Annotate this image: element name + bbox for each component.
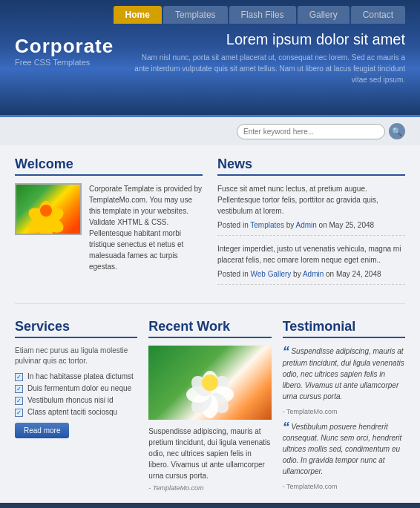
content-bottom: Services Etiam nec purus au ligula moles…	[15, 319, 405, 492]
recent-work-title: Recent Work	[148, 319, 271, 338]
news-meta-prefix-1: Posted in	[217, 221, 249, 229]
flower2-center	[202, 375, 218, 391]
news-meta-1: Posted in Templates by Admin on May 25, …	[217, 220, 405, 236]
news-date-1: May 25, 2048	[329, 221, 375, 229]
search-input[interactable]	[237, 124, 385, 139]
header-tagline-text: Nam nisl nunc, porta sit amet placerat u…	[128, 52, 405, 85]
news-category-2[interactable]: Web Gallery	[250, 270, 291, 278]
news-meta-prefix-2: Posted in	[217, 270, 249, 278]
testimonial-text-2: “ Vestibulum posuere hendrerit consequat…	[283, 421, 405, 478]
content-top: Welcome	[15, 156, 405, 304]
search-icon: 🔍	[392, 127, 402, 136]
header-tagline: Lorem ipsum dolor sit amet	[128, 31, 405, 48]
news-section: News Fusce sit amet nunc lectus, at pret…	[217, 156, 405, 292]
news-item-1: Fusce sit amet nunc lectus, at pretium a…	[217, 183, 405, 236]
logo-subtitle: Free CSS Templates	[15, 58, 114, 67]
checkbox-icon-2	[15, 385, 23, 393]
nav-gallery[interactable]: Gallery	[298, 6, 350, 24]
news-on-1: on	[319, 221, 327, 229]
search-area: 🔍	[0, 115, 420, 145]
open-quote-1: “	[283, 344, 289, 359]
welcome-content: Corporate Template is provided by Templa…	[15, 183, 203, 272]
service-item-3: Vestibulum rhoncus nisi id	[15, 396, 137, 405]
news-item-2: Integer imperdiet, justo ut venenatis ve…	[217, 243, 405, 285]
service-item-2: Duis fermentum dolor eu neque	[15, 384, 137, 393]
header-content: Corporate Free CSS Templates Lorem ipsum…	[0, 24, 420, 85]
recent-work-text: Suspendisse adipiscing, mauris at pretiu…	[148, 426, 271, 481]
welcome-section: Welcome	[15, 156, 203, 292]
testimonial-body-2: Vestibulum posuere hendrerit consequat. …	[283, 423, 402, 476]
logo: Corporate Free CSS Templates	[15, 35, 114, 67]
news-author-2[interactable]: Admin	[303, 270, 324, 278]
services-intro: Etiam nec purus au ligula molestie pulvi…	[15, 346, 137, 366]
testimonial-body-1: Suspendisse adipiscing, mauris at pretiu…	[283, 347, 404, 400]
nav-items: Home Templates Flash Files Gallery Conta…	[114, 6, 420, 24]
testimonial-credit-2: - TemplateMo.com	[283, 483, 405, 490]
nav-home[interactable]: Home	[114, 6, 162, 24]
news-meta-2: Posted in Web Gallery by Admin on May 24…	[217, 268, 405, 285]
testimonial-credit-1: - TemplateMo.com	[283, 408, 405, 415]
recent-work-section: Recent Work Suspendisse adipiscing, maur…	[148, 319, 271, 492]
service-label-2: Duis fermentum dolor eu neque	[27, 384, 131, 392]
welcome-text: Corporate Template is provided by Templa…	[89, 183, 203, 272]
service-label-1: In hac habitasse platea dictumst	[27, 372, 134, 380]
service-item-4: Class aptent taciti sociosqu	[15, 408, 137, 417]
news-by-1: by	[286, 221, 295, 229]
welcome-paragraph: Corporate Template is provided by Templa…	[89, 183, 203, 272]
logo-title: Corporate	[15, 35, 114, 58]
welcome-image-inner	[16, 185, 80, 234]
recent-work-credit: - TemplateMo.com	[148, 484, 271, 492]
search-button[interactable]: 🔍	[389, 123, 405, 139]
navigation: Home Templates Flash Files Gallery Conta…	[0, 0, 420, 24]
news-by-2: by	[293, 270, 301, 278]
nav-contact[interactable]: Contact	[351, 6, 405, 24]
checkbox-icon-4	[15, 409, 23, 417]
services-section: Services Etiam nec purus au ligula moles…	[15, 319, 137, 492]
service-item-1: In hac habitasse platea dictumst	[15, 372, 137, 381]
nav-templates[interactable]: Templates	[163, 6, 228, 24]
news-date-2: May 24, 2048	[336, 270, 381, 278]
flower-center	[40, 205, 52, 217]
nav-flash-files[interactable]: Flash Files	[229, 6, 296, 24]
news-text-1: Fusce sit amet nunc lectus, at pretium a…	[217, 183, 405, 217]
flower2-decoration	[180, 353, 240, 412]
testimonial-title: Testimonial	[283, 319, 405, 338]
recent-work-image	[148, 346, 271, 420]
flower-decoration	[27, 192, 65, 229]
news-title: News	[217, 156, 405, 176]
checkbox-icon-1	[15, 373, 23, 381]
checkbox-icon-3	[15, 397, 23, 405]
testimonial-text-1: “ Suspendisse adipiscing, mauris at pret…	[283, 346, 405, 402]
news-category-1[interactable]: Templates	[250, 221, 284, 229]
read-more-button[interactable]: Read more	[15, 423, 69, 438]
welcome-title: Welcome	[15, 156, 203, 176]
welcome-image	[15, 183, 82, 235]
header-tagline-area: Lorem ipsum dolor sit amet Nam nisl nunc…	[114, 31, 405, 85]
open-quote-2: “	[283, 420, 289, 435]
services-title: Services	[15, 319, 137, 338]
news-author-1[interactable]: Admin	[295, 221, 316, 229]
news-on-2: on	[326, 270, 334, 278]
testimonial-section: Testimonial “ Suspendisse adipiscing, ma…	[283, 319, 405, 492]
news-text-2: Integer imperdiet, justo ut venenatis ve…	[217, 243, 405, 265]
service-label-4: Class aptent taciti sociosqu	[27, 408, 117, 416]
service-label-3: Vestibulum rhoncus nisi id	[27, 396, 114, 404]
header: Home Templates Flash Files Gallery Conta…	[0, 0, 420, 115]
footer: Office Address 11-22 cras urna metus, fe…	[0, 503, 420, 508]
main-content: Welcome	[0, 145, 420, 503]
